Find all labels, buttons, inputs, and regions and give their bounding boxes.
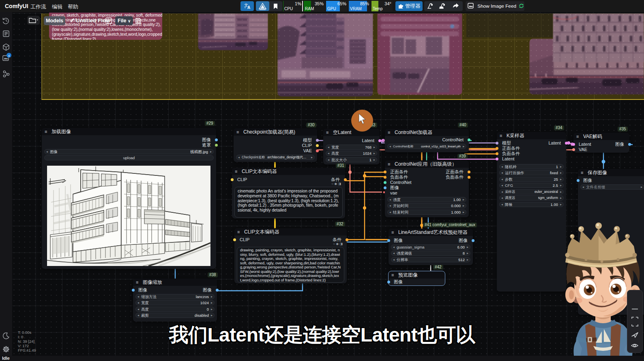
svg-text:A: A bbox=[247, 5, 250, 10]
svg-text:4: 4 bbox=[8, 54, 10, 58]
